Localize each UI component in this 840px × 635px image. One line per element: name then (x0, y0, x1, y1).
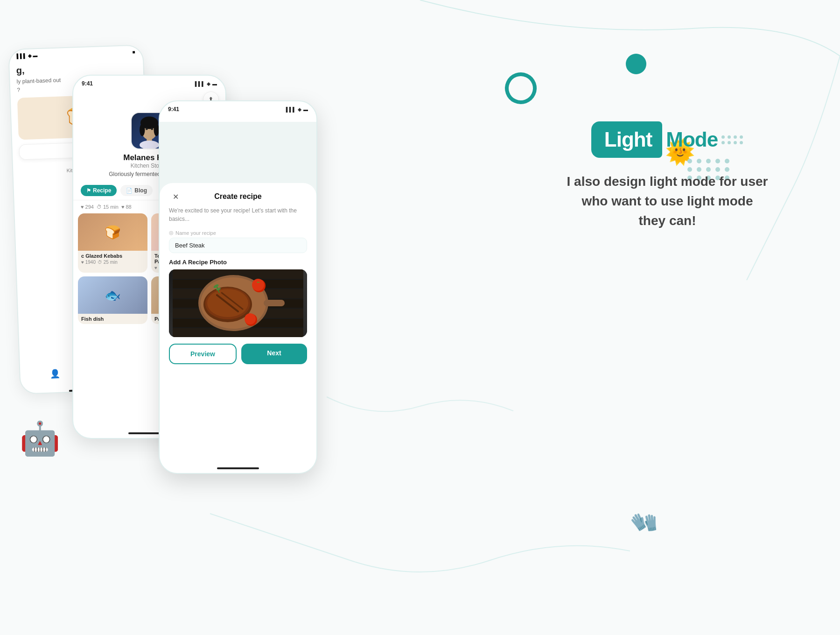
stat-likes-2: ♥ 88 (121, 204, 132, 210)
heart-icon-stat: ♥ (81, 204, 84, 210)
front-battery-icon: ▬ (303, 107, 308, 112)
recipe-card-3[interactable]: 🐟 Fish dish (78, 276, 147, 324)
stat-time-1: ⏱ 15 min (97, 204, 119, 210)
svg-rect-19 (264, 300, 285, 306)
recipe-name-label: ◎ Name your recipe (169, 230, 307, 236)
phone-bg-signal: ▌▌▌ ◈ ▬ (17, 53, 38, 59)
steak-image: ╾ (169, 269, 307, 337)
svg-point-6 (140, 141, 159, 149)
phone-create-recipe: 9:41 ▌▌▌ ◈ ▬ ✕ Create recipe We're excit… (159, 100, 317, 474)
heart-icon-stat2: ♥ (121, 204, 125, 210)
tagline-line2: who want to use light mode (532, 191, 803, 211)
tab-recipe[interactable]: ⚑ Recipe (81, 185, 117, 196)
recipe-card-1-title: c Glazed Kebabs (81, 253, 144, 259)
right-content-area: Light Mode I also design light mode for … (532, 121, 803, 231)
front-signal-icon: ▌▌▌ (286, 107, 296, 112)
tab-blog[interactable]: 📄 Blog (120, 185, 153, 196)
svg-point-29 (245, 313, 256, 325)
logo-container: Light Mode (532, 121, 803, 158)
dialog-header: ✕ Create recipe (169, 192, 307, 201)
create-recipe-dialog: ✕ Create recipe We're excited to see you… (160, 183, 316, 473)
logo-light-text: Light (604, 128, 652, 151)
likes-count-1: 294 (85, 204, 94, 210)
blog-icon: 📄 (126, 188, 133, 194)
stat-likes-1: ♥ 294 (81, 204, 94, 210)
likes-count-2: 88 (126, 204, 131, 210)
phone-mid-status-bar: 9:41 ▌▌▌ ◈ ▬ (73, 76, 225, 89)
phones-container: ▌▌▌ ◈ ▬ ■ g, ly plant-based out ? 🍞 ♥ 14… (0, 28, 383, 495)
recipe-card-3-title: Fish dish (81, 316, 144, 322)
svg-point-3 (140, 124, 145, 136)
deco-mitt-icon: 🧤 (628, 506, 661, 538)
tagline-line3: they can! (532, 211, 803, 231)
deco-teal-ring (500, 68, 541, 108)
logo-mode-text: Mode (666, 128, 718, 151)
tab-recipe-label: Recipe (93, 187, 111, 194)
home-indicator-front (217, 467, 259, 469)
deco-teal-circle (626, 54, 646, 74)
wifi-icon: ◈ (207, 81, 210, 86)
dialog-subtitle: We're excited to see your recipe! Let's … (169, 206, 307, 223)
phone-bg-battery: ■ (132, 49, 135, 55)
photo-section-label: Add A Recipe Photo (169, 259, 307, 266)
recipe-card-1-image: 🍞 (78, 213, 147, 251)
recipe-card-3-image: 🐟 (78, 276, 147, 314)
tab-blog-label: Blog (134, 187, 147, 194)
logo-background: Light (591, 121, 663, 158)
nav-person-icon[interactable]: 👤 (49, 368, 60, 379)
dialog-title: Create recipe (214, 192, 261, 201)
svg-text:╾: ╾ (257, 280, 260, 285)
next-button[interactable]: Next (241, 344, 307, 364)
signal-icon: ▌▌▌ (195, 81, 205, 86)
tagline-line1: I also design light mode for user (532, 172, 803, 191)
recipe-icon: ⚑ (86, 188, 91, 194)
phone-front-status-bar: 9:41 ▌▌▌ ◈ ▬ (160, 101, 316, 114)
recipe-card-1-stats: ♥ 1940 ⏱ 25 min (81, 260, 144, 265)
svg-point-7 (146, 128, 148, 130)
recipe-card-1[interactable]: 🍞 c Glazed Kebabs ♥ 1940 ⏱ 25 min (78, 213, 147, 273)
svg-point-8 (151, 128, 153, 130)
phone-bg-title: g, (16, 60, 137, 77)
tagline-text: I also design light mode for user who wa… (532, 172, 803, 231)
recipe-name-input[interactable] (169, 238, 307, 253)
dialog-close-button[interactable]: ✕ (169, 190, 182, 203)
front-wifi-icon: ◈ (298, 107, 301, 112)
time-count-1: 15 min (103, 204, 119, 210)
preview-button[interactable]: Preview (169, 344, 237, 364)
card1-likes: ♥ 1940 (81, 260, 96, 265)
phone-mid-time: 9:41 (82, 80, 93, 87)
dialog-actions: Preview Next (169, 344, 307, 364)
battery-icon: ▬ (212, 81, 217, 86)
recipe-photo-area[interactable]: ╾ (169, 269, 307, 337)
recipe-name-group: ◎ Name your recipe (169, 230, 307, 253)
clock-icon-stat: ⏱ (97, 204, 102, 210)
phone-front-time: 9:41 (168, 106, 179, 113)
card1-time: ⏱ 25 min (98, 260, 118, 265)
input-icon: ◎ (169, 230, 174, 236)
